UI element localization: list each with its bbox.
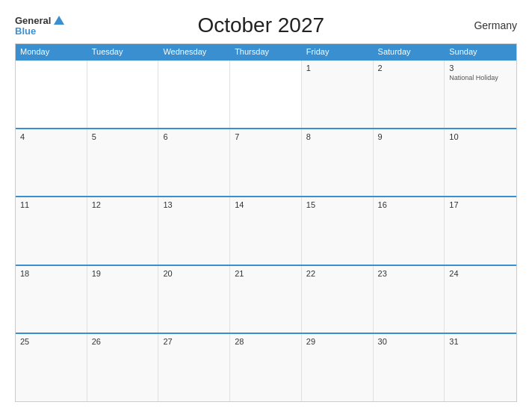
day-number: 14 <box>235 200 297 209</box>
day-cell: 7 <box>230 129 302 197</box>
day-number: 16 <box>378 200 440 209</box>
day-number: 17 <box>449 200 512 209</box>
day-cell: 6 <box>158 129 230 197</box>
day-number: 20 <box>163 269 225 278</box>
day-number: 3 <box>449 64 512 72</box>
day-cell: 16 <box>374 197 445 265</box>
logo-blue-text: Blue <box>15 26 64 36</box>
day-cell: 12 <box>87 197 159 265</box>
day-number: 26 <box>92 337 154 346</box>
day-header-wednesday: Wednesday <box>158 44 230 59</box>
day-header-saturday: Saturday <box>374 44 445 59</box>
day-cell: 9 <box>374 129 445 197</box>
day-cell: 2 <box>374 61 445 128</box>
day-cell: 10 <box>445 129 516 197</box>
logo-general-text: General <box>15 16 51 25</box>
week-row-5: 25262728293031 <box>16 333 516 401</box>
day-number: 31 <box>449 337 512 346</box>
day-cell: 25 <box>16 334 87 401</box>
day-cell: 22 <box>302 266 374 333</box>
day-number: 23 <box>378 269 440 278</box>
day-number: 2 <box>378 64 440 72</box>
day-number: 10 <box>449 132 512 141</box>
day-cell: 24 <box>445 266 516 333</box>
day-number: 19 <box>92 269 154 278</box>
day-cell: 14 <box>230 197 302 265</box>
day-number: 24 <box>449 269 512 278</box>
week-row-1: 123National Holiday <box>16 59 516 128</box>
day-number: 18 <box>20 269 82 278</box>
day-cell: 17 <box>445 197 516 265</box>
day-cell: 28 <box>230 334 302 401</box>
day-cell <box>230 61 302 128</box>
day-header-friday: Friday <box>302 44 374 59</box>
day-cell: 13 <box>158 197 230 265</box>
day-cell <box>158 61 230 128</box>
day-number: 21 <box>235 269 297 278</box>
day-header-tuesday: Tuesday <box>87 44 159 59</box>
country-label: Germany <box>457 19 517 31</box>
day-number: 11 <box>20 200 82 209</box>
day-cell <box>87 61 159 128</box>
day-cell: 8 <box>302 129 374 197</box>
day-number: 5 <box>92 132 154 141</box>
day-number: 7 <box>235 132 297 141</box>
day-cell: 27 <box>158 334 230 401</box>
day-number: 9 <box>378 132 440 141</box>
logo-triangle-icon <box>54 16 64 25</box>
calendar-weeks: 123National Holiday456789101112131415161… <box>16 59 516 401</box>
day-number: 13 <box>163 200 225 209</box>
day-cell: 20 <box>158 266 230 333</box>
day-number: 8 <box>306 132 368 141</box>
day-event: National Holiday <box>449 74 512 82</box>
day-cell: 15 <box>302 197 374 265</box>
day-number: 1 <box>306 64 368 72</box>
day-number: 22 <box>306 269 368 278</box>
day-cell: 3National Holiday <box>445 61 516 128</box>
day-cell: 26 <box>87 334 159 401</box>
day-number: 28 <box>235 337 297 346</box>
day-number: 30 <box>378 337 440 346</box>
day-number: 4 <box>20 132 82 141</box>
day-number: 29 <box>306 337 368 346</box>
day-cell: 19 <box>87 266 159 333</box>
week-row-3: 11121314151617 <box>16 196 516 265</box>
day-cell <box>16 61 87 128</box>
day-cell: 4 <box>16 129 87 197</box>
day-number: 15 <box>306 200 368 209</box>
calendar-grid: MondayTuesdayWednesdayThursdayFridaySatu… <box>15 43 517 402</box>
day-cell: 31 <box>445 334 516 401</box>
day-number: 6 <box>163 132 225 141</box>
day-header-monday: Monday <box>16 44 87 59</box>
day-headers-row: MondayTuesdayWednesdayThursdayFridaySatu… <box>16 44 516 59</box>
logo: General Blue <box>15 16 64 36</box>
day-cell: 23 <box>374 266 445 333</box>
day-number: 25 <box>20 337 82 346</box>
day-header-sunday: Sunday <box>445 44 516 59</box>
day-number: 12 <box>92 200 154 209</box>
day-cell: 21 <box>230 266 302 333</box>
day-cell: 1 <box>302 61 374 128</box>
day-cell: 29 <box>302 334 374 401</box>
calendar-page: General Blue October 2027 Germany Monday… <box>0 0 532 411</box>
day-cell: 30 <box>374 334 445 401</box>
page-header: General Blue October 2027 Germany <box>15 13 517 37</box>
day-cell: 11 <box>16 197 87 265</box>
day-cell: 5 <box>87 129 159 197</box>
week-row-2: 45678910 <box>16 128 516 197</box>
day-header-thursday: Thursday <box>230 44 302 59</box>
week-row-4: 18192021222324 <box>16 265 516 333</box>
page-title: October 2027 <box>64 13 457 37</box>
day-cell: 18 <box>16 266 87 333</box>
day-number: 27 <box>163 337 225 346</box>
